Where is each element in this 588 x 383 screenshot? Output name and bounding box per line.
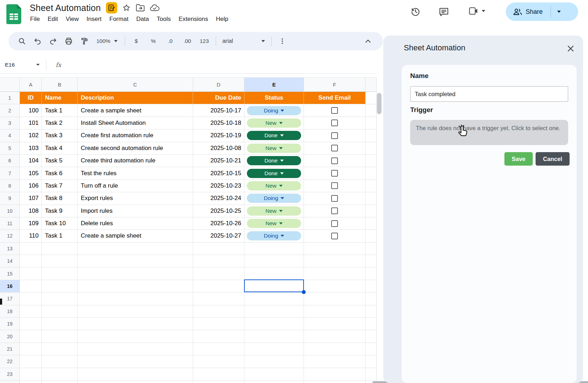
menu-item-format[interactable]: Format bbox=[106, 14, 132, 24]
cell[interactable] bbox=[366, 230, 377, 242]
row-header-7[interactable]: 7 bbox=[0, 167, 20, 179]
cell[interactable] bbox=[193, 255, 244, 267]
send-email-checkbox[interactable] bbox=[331, 132, 338, 139]
zoom-select[interactable]: 100% bbox=[92, 38, 122, 44]
cell-id[interactable]: 102 bbox=[20, 129, 42, 142]
cell-name[interactable]: Task 9 bbox=[42, 205, 78, 217]
more-toolbar-button[interactable] bbox=[275, 34, 290, 48]
status-chip[interactable]: Doing bbox=[247, 194, 301, 203]
cell[interactable] bbox=[193, 280, 244, 293]
cell[interactable] bbox=[78, 330, 193, 343]
cell[interactable] bbox=[20, 318, 42, 330]
cell-description[interactable]: Create first automation rule bbox=[78, 129, 193, 142]
cell[interactable] bbox=[366, 255, 377, 267]
send-email-checkbox[interactable] bbox=[331, 195, 338, 202]
send-email-checkbox[interactable] bbox=[331, 120, 338, 126]
row-header-21[interactable]: 21 bbox=[0, 343, 20, 355]
menu-item-data[interactable]: Data bbox=[132, 14, 153, 24]
cell[interactable] bbox=[78, 267, 193, 280]
cell-status[interactable]: Doing bbox=[244, 230, 304, 242]
cell-header-status[interactable]: Status bbox=[244, 92, 304, 104]
spreadsheet-grid[interactable]: ABCDEF1IDNameDescriptionDue DateStatusSe… bbox=[0, 77, 377, 383]
cell[interactable] bbox=[304, 243, 366, 255]
status-chip[interactable]: New bbox=[247, 118, 301, 128]
cell[interactable] bbox=[42, 355, 78, 368]
cell[interactable] bbox=[366, 368, 377, 381]
decrease-decimal-button[interactable]: .0 bbox=[162, 34, 179, 48]
cell-due-date[interactable]: 2025-10-23 bbox=[193, 180, 244, 192]
row-header-14[interactable]: 14 bbox=[0, 255, 20, 267]
cell-id[interactable]: 100 bbox=[20, 104, 42, 117]
cell[interactable] bbox=[366, 305, 377, 318]
cell[interactable] bbox=[20, 343, 42, 355]
cell-id[interactable]: 107 bbox=[20, 192, 42, 205]
meet-button[interactable] bbox=[468, 6, 485, 16]
document-title[interactable]: Sheet Automation bbox=[30, 3, 101, 13]
cell[interactable] bbox=[42, 243, 78, 255]
sheet-automation-addon-icon[interactable] bbox=[106, 2, 117, 13]
column-header-f[interactable]: F bbox=[304, 78, 366, 92]
cell[interactable] bbox=[366, 243, 377, 255]
cell[interactable] bbox=[42, 368, 78, 381]
cell[interactable] bbox=[42, 343, 78, 355]
row-header-12[interactable]: 12 bbox=[0, 230, 20, 242]
cell-due-date[interactable]: 2025-10-15 bbox=[193, 167, 244, 179]
cell-due-date[interactable]: 2025-10-08 bbox=[193, 142, 244, 155]
move-folder-icon[interactable] bbox=[136, 4, 145, 12]
cell-name[interactable]: Task 3 bbox=[42, 129, 78, 142]
cell[interactable] bbox=[366, 180, 377, 192]
row-header-6[interactable]: 6 bbox=[0, 155, 20, 167]
paint-format-button[interactable] bbox=[77, 34, 92, 48]
cell-due-date[interactable]: 2025-10-18 bbox=[193, 117, 244, 129]
cell-description[interactable]: Turn off a rule bbox=[78, 180, 193, 192]
cell[interactable] bbox=[366, 293, 377, 305]
cell[interactable] bbox=[244, 255, 304, 267]
cell-due-date[interactable]: 2025-10-27 bbox=[193, 230, 244, 242]
undo-button[interactable] bbox=[30, 34, 45, 48]
cell-due-date[interactable]: 2025-10-17 bbox=[193, 104, 244, 117]
cell[interactable] bbox=[78, 318, 193, 330]
cell-description[interactable]: Create third automation rule bbox=[78, 155, 193, 167]
cell-send-email[interactable] bbox=[304, 205, 366, 217]
cell[interactable] bbox=[78, 355, 193, 368]
cell[interactable] bbox=[244, 267, 304, 280]
cell-name[interactable]: Task 8 bbox=[42, 192, 78, 205]
cell[interactable] bbox=[78, 280, 193, 293]
row-header-24[interactable]: 24 bbox=[0, 381, 20, 383]
cell-send-email[interactable] bbox=[304, 180, 366, 192]
cell[interactable] bbox=[366, 267, 377, 280]
cell-send-email[interactable] bbox=[304, 155, 366, 167]
cell-name[interactable]: Task 2 bbox=[42, 117, 78, 129]
row-header-2[interactable]: 2 bbox=[0, 104, 20, 117]
row-header-20[interactable]: 20 bbox=[0, 330, 20, 343]
cell[interactable] bbox=[193, 330, 244, 343]
cell[interactable] bbox=[193, 343, 244, 355]
increase-decimal-button[interactable]: .00 bbox=[179, 34, 196, 48]
send-email-checkbox[interactable] bbox=[331, 145, 338, 151]
cloud-saved-icon[interactable] bbox=[150, 4, 160, 12]
vertical-scrollbar-thumb[interactable] bbox=[377, 93, 381, 114]
cell-description[interactable]: Install Sheet Automation bbox=[78, 117, 193, 129]
share-chevron-down-icon[interactable] bbox=[557, 11, 561, 13]
cell[interactable] bbox=[42, 305, 78, 318]
cell-name[interactable]: Task 7 bbox=[42, 180, 78, 192]
cell-id[interactable]: 108 bbox=[20, 205, 42, 217]
cell[interactable] bbox=[20, 381, 42, 383]
menu-item-edit[interactable]: Edit bbox=[44, 14, 62, 24]
cell-name[interactable]: Task 6 bbox=[42, 167, 78, 179]
menu-item-insert[interactable]: Insert bbox=[83, 14, 106, 24]
cell-name[interactable]: Task 1 bbox=[42, 230, 78, 242]
cell-status[interactable]: New bbox=[244, 117, 304, 129]
cell[interactable] bbox=[366, 155, 377, 167]
cell[interactable] bbox=[20, 280, 42, 293]
cell-id[interactable]: 105 bbox=[20, 167, 42, 179]
cell[interactable] bbox=[304, 381, 366, 383]
cell-id[interactable]: 109 bbox=[20, 217, 42, 230]
cell[interactable] bbox=[366, 117, 377, 129]
row-header-19[interactable]: 19 bbox=[0, 318, 20, 330]
cell[interactable] bbox=[244, 381, 304, 383]
collapse-toolbar-button[interactable] bbox=[360, 34, 376, 48]
cell-description[interactable]: Create a sample sheet bbox=[78, 230, 193, 242]
cell[interactable] bbox=[193, 355, 244, 368]
percent-button[interactable]: % bbox=[145, 34, 162, 48]
